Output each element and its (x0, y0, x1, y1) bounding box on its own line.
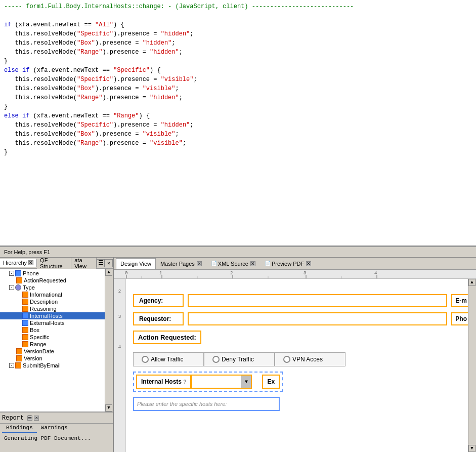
tree-item-actionrequested[interactable]: ActionRequested (0, 277, 105, 284)
tab-preview-pdf[interactable]: 📄 Preview PDF ✕ (260, 258, 316, 269)
report-tab-warnings[interactable]: Warnings (37, 424, 72, 433)
informational-icon (22, 292, 28, 298)
internal-hosts-label: Internal Hosts ? (136, 375, 191, 389)
expand-type[interactable]: - (9, 285, 14, 290)
code-line-3: if (xfa.event.newText == "All") { (4, 20, 472, 29)
report-close-btn[interactable]: ✕ (34, 416, 39, 421)
right-panel: Design View Master Pages ✕ 📄 XML Source … (114, 258, 476, 452)
scroll-down-btn[interactable]: ▼ (105, 404, 112, 412)
scroll-up-btn[interactable]: ▲ (105, 269, 112, 276)
versiondate-icon (16, 348, 22, 354)
agency-input[interactable] (188, 294, 447, 307)
master-pages-close[interactable]: ✕ (197, 261, 202, 266)
internal-hosts-row: Internal Hosts ? ▼ Ex (133, 372, 283, 392)
tree-scrollbar[interactable]: ▲ ▼ (105, 269, 113, 412)
canvas-scroll-up[interactable]: ▲ (468, 279, 475, 286)
radio-deny-traffic[interactable]: Deny Traffic (204, 352, 275, 366)
radio-vpn-access[interactable]: VPN Acces (275, 352, 345, 366)
tree-label-range: Range (30, 341, 46, 347)
tree-label-box: Box (30, 327, 39, 333)
panel-options-button[interactable]: ☰ (97, 259, 105, 267)
tree-item-range[interactable]: Range (0, 341, 105, 348)
hierarchy-header: Hierarchy ✕ QF Structure ata View ☰ ✕ (0, 258, 113, 269)
deny-traffic-label: Deny Traffic (222, 356, 254, 363)
internal-hosts-dropdown-arrow[interactable]: ▼ (241, 376, 251, 388)
tree-item-type[interactable]: - Type (0, 284, 105, 291)
ruler-num-2: 2 (118, 289, 121, 294)
preview-pdf-close[interactable]: ✕ (306, 261, 311, 266)
allow-traffic-label: Allow Traffic (151, 356, 183, 363)
tree-item-externalhosts[interactable]: ExternalHosts (0, 319, 105, 326)
code-line-2 (4, 11, 472, 20)
specific-icon (22, 334, 28, 340)
tree-item-internalhosts[interactable]: InternalHosts (0, 312, 105, 319)
tree-item-reasoning[interactable]: Reasoning (0, 305, 105, 312)
internal-hosts-text: Internal Hosts (141, 378, 182, 385)
expand-submitbyemail[interactable]: - (9, 363, 14, 368)
design-view-label: Design View (120, 261, 151, 267)
tree-label-actionrequested: ActionRequested (24, 277, 66, 283)
report-content: Generating PDF Document... (0, 433, 113, 443)
svg-text:0: 0 (125, 271, 127, 276)
please-enter-row: Please enter the specific hosts here: (133, 397, 471, 411)
tree-label-submitbyemail: SubmitByEmail (23, 362, 61, 368)
warnings-tab-label: Warnings (41, 425, 68, 431)
radio-allow-traffic[interactable]: Allow Traffic (133, 352, 204, 366)
tree-label-specific: Specific (30, 334, 50, 340)
hierarchy-tab-close[interactable]: ✕ (28, 260, 33, 265)
code-line-12: } (4, 102, 472, 111)
tab-master-pages[interactable]: Master Pages ✕ (156, 258, 206, 269)
requestor-row: Requestor: Pho (133, 312, 471, 325)
radio-row: Allow Traffic Deny Traffic VPN Acces (133, 352, 471, 366)
tree-item-description[interactable]: Description (0, 298, 105, 305)
code-line-1: ----- form1.Full.Body.InternalHosts::cha… (4, 2, 472, 11)
description-icon (22, 299, 28, 305)
requestor-label: Requestor: (133, 312, 184, 325)
hierarchy-tab-label: Hierarchy (3, 260, 27, 266)
tab-xml-source[interactable]: 📄 XML Source ✕ (206, 258, 260, 269)
ruler: 0 1 2 3 4 (114, 270, 476, 279)
tree-item-informational[interactable]: Informational (0, 291, 105, 298)
tree-label-phone: Phone (23, 270, 39, 276)
requestor-input[interactable] (188, 312, 447, 325)
phone-icon (15, 270, 21, 276)
deny-traffic-radio[interactable] (212, 356, 220, 363)
panel-close-button[interactable]: ✕ (105, 259, 113, 267)
internal-hosts-dropdown[interactable]: ▼ (191, 375, 252, 389)
tree-item-specific[interactable]: Specific (0, 334, 105, 341)
report-tab-bindings[interactable]: Bindings (2, 424, 37, 433)
please-enter-input[interactable]: Please enter the specific hosts here: (133, 397, 280, 411)
code-line-6: this.resolveNode("Range").presence = "hi… (4, 48, 472, 57)
ruler-num-3: 3 (118, 314, 121, 319)
code-editor[interactable]: ----- form1.Full.Body.InternalHosts::cha… (0, 0, 476, 246)
internal-hosts-tooltip: ? (183, 379, 186, 385)
code-line-8: else if (xfa.event.newText == "Specific"… (4, 66, 472, 75)
tree-label-informational: Informational (30, 292, 62, 298)
tree-label-externalhosts: ExternalHosts (30, 320, 64, 326)
tree-item-versiondate[interactable]: VersionDate (0, 348, 105, 355)
canvas-scroll-down[interactable]: ▼ (468, 445, 475, 452)
externalhosts-icon (22, 320, 28, 326)
tree-item-version[interactable]: Version (0, 355, 105, 362)
tab-hierarchy[interactable]: Hierarchy ✕ (0, 259, 37, 267)
allow-traffic-radio[interactable] (142, 356, 149, 363)
report-options-btn[interactable]: ☰ (27, 416, 32, 421)
tree-item-submitbyemail[interactable]: - SubmitByEmail (0, 362, 105, 369)
tree-item-phone[interactable]: - Phone (0, 270, 105, 277)
code-line-11: this.resolveNode("Range").presence = "hi… (4, 93, 472, 102)
data-tab-label: ata View (74, 258, 93, 269)
vpn-access-radio[interactable] (283, 356, 290, 363)
tab-qf-structure[interactable]: QF Structure (37, 258, 71, 270)
svg-text:3: 3 (304, 271, 306, 276)
tree-item-box[interactable]: Box (0, 326, 105, 334)
status-text: For Help, press F1 (4, 249, 50, 255)
svg-rect-0 (114, 270, 476, 279)
canvas-scrollbar[interactable]: ▲ ▼ (468, 279, 476, 452)
expand-phone[interactable]: - (9, 271, 14, 276)
xml-source-close[interactable]: ✕ (250, 261, 255, 266)
preview-pdf-icon: 📄 (265, 261, 271, 266)
tab-design-view[interactable]: Design View (116, 258, 156, 269)
preview-pdf-label: Preview PDF (272, 261, 304, 267)
tab-data-view[interactable]: ata View (71, 258, 97, 270)
design-canvas: 2 3 4 Agency: E-m Requestor: (114, 279, 476, 452)
